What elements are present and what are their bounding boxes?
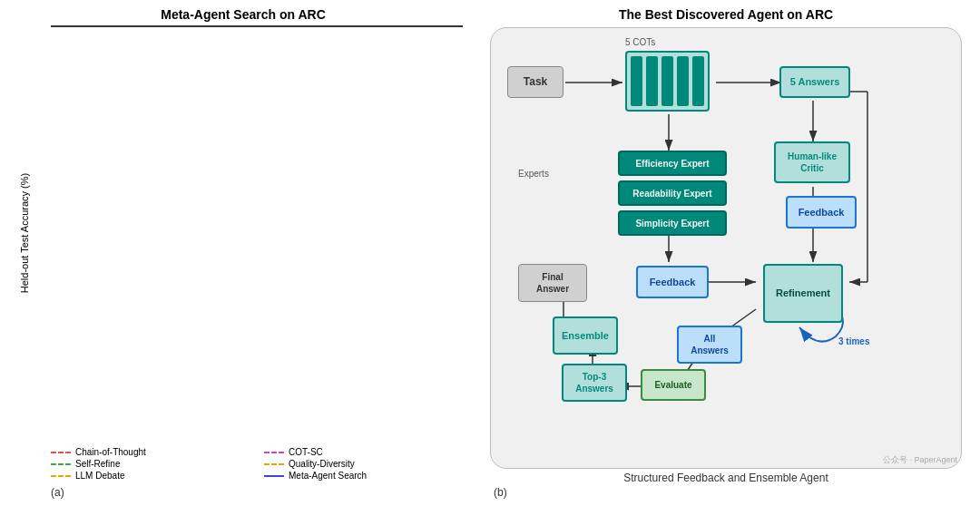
five-answers-box: 5 Answers bbox=[779, 66, 850, 98]
legend-cot: Chain-of-Thought bbox=[51, 447, 250, 457]
dot-1 bbox=[66, 25, 72, 27]
dot-2 bbox=[83, 25, 88, 27]
experts-label: Experts bbox=[518, 169, 549, 179]
legend-llmdebate-label: LLM Debate bbox=[75, 471, 124, 481]
evaluate-box: Evaluate bbox=[641, 369, 706, 401]
legend-selfrefine-line bbox=[51, 463, 71, 465]
legend-cotsc-label: COT-SC bbox=[289, 447, 323, 457]
dot-5 bbox=[132, 25, 137, 27]
dot-25 bbox=[460, 25, 463, 27]
legend-cotsc-line bbox=[264, 452, 284, 453]
all-answers-box: All Answers bbox=[677, 326, 742, 364]
left-panel: Meta-Agent Search on ARC Held-out Test A… bbox=[7, 7, 479, 499]
legend-mas-label: Meta-Agent Search bbox=[289, 471, 367, 481]
annotation-5: Best agent: introduced multiple critics … bbox=[241, 25, 359, 27]
times-label: 3 times bbox=[838, 336, 869, 346]
diagram-title: The Best Discovered Agent on ARC bbox=[486, 7, 965, 22]
watermark: 公众号 · PaperAgent bbox=[879, 452, 961, 468]
dot-10 bbox=[214, 25, 220, 27]
legend-selfrefine-label: Self-Refine bbox=[75, 459, 120, 469]
diagram-container: 5 COTs Experts Task 5 Answers Efficiency… bbox=[490, 27, 962, 469]
simplicity-expert-box: Simplicity Expert bbox=[618, 210, 727, 236]
feedback-left-box: Feedback bbox=[636, 266, 709, 298]
cots-label: 5 COTs bbox=[625, 37, 655, 47]
legend-mas: Meta-Agent Search bbox=[264, 471, 463, 481]
chart-area: 4 6 8 10 12 14 0 5 10 15 20 25 bbox=[51, 25, 463, 27]
efficiency-expert-box: Efficiency Expert bbox=[618, 151, 727, 176]
readability-expert-box: Readability Expert bbox=[618, 180, 727, 206]
dot-4 bbox=[115, 25, 121, 27]
cot-bar-2 bbox=[646, 56, 658, 106]
legend-llmdebate: LLM Debate bbox=[51, 471, 250, 481]
dot-0 bbox=[51, 25, 55, 27]
cot-bar-4 bbox=[677, 56, 689, 106]
legend-selfrefine: Self-Refine bbox=[51, 459, 250, 469]
legend-llmdebate-line bbox=[51, 475, 71, 477]
right-panel: The Best Discovered Agent on ARC bbox=[479, 7, 973, 499]
dot-3 bbox=[99, 25, 104, 27]
task-box: Task bbox=[507, 66, 564, 98]
legend-qd-label: Quality-Diversity bbox=[289, 459, 355, 469]
human-critic-box: Human-like Critic bbox=[774, 141, 850, 183]
cot-bar-1 bbox=[631, 56, 642, 106]
legend-cotsc: COT-SC bbox=[264, 447, 463, 457]
top3-box: Top-3 Answers bbox=[562, 364, 627, 402]
legend-mas-line bbox=[264, 475, 284, 477]
legend-qd: Quality-Diversity bbox=[264, 459, 463, 469]
diagram-subtitle: Structured Feedback and Ensemble Agent bbox=[486, 469, 965, 484]
feedback-right-box: Feedback bbox=[786, 196, 857, 229]
legend-qd-line bbox=[264, 463, 284, 465]
ensemble-box: Ensemble bbox=[553, 316, 618, 355]
y-axis-label: Held-out Test Accuracy (%) bbox=[19, 172, 30, 292]
main-container: Meta-Agent Search on ARC Held-out Test A… bbox=[0, 0, 980, 506]
cot-bar-3 bbox=[662, 56, 673, 106]
right-panel-label: (b) bbox=[486, 486, 965, 499]
cot-bar-5 bbox=[692, 56, 704, 106]
legend: Chain-of-Thought COT-SC Self-Refine Qual… bbox=[51, 447, 463, 481]
chart-title: Meta-Agent Search on ARC bbox=[15, 7, 472, 22]
dot-14 bbox=[279, 25, 285, 27]
final-answer-box: Final Answer bbox=[518, 264, 587, 302]
left-panel-label: (a) bbox=[15, 486, 472, 499]
refinement-box: Refinement bbox=[763, 264, 843, 323]
legend-cot-line bbox=[51, 452, 71, 453]
legend-cot-label: Chain-of-Thought bbox=[75, 447, 146, 457]
